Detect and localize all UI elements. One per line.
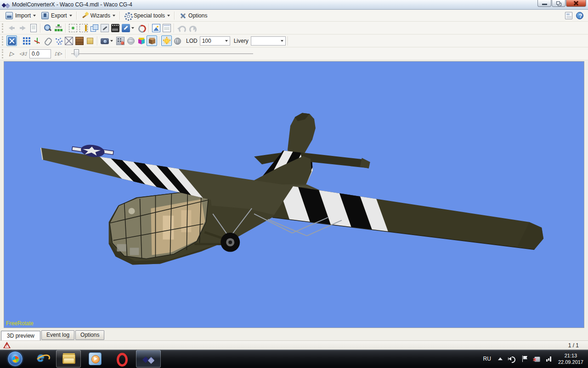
network-signal-icon[interactable]: [546, 355, 553, 362]
wireframe-button[interactable]: [63, 35, 74, 46]
taskbar-item-windows-explorer[interactable]: [56, 350, 81, 368]
tab-3d-preview[interactable]: 3D preview: [1, 331, 40, 341]
texture-frame-button[interactable]: [68, 23, 78, 33]
brown-cube-button[interactable]: [147, 35, 157, 46]
hierarchy-button[interactable]: [53, 23, 63, 33]
chevron-down-icon[interactable]: [110, 40, 113, 42]
taskbar-item-modelconverterx[interactable]: [136, 350, 161, 368]
window-title: ModelConverterX - Waco CG-4.mdl - Waco C…: [12, 1, 132, 8]
sphere-button[interactable]: [125, 35, 136, 46]
minimize-button[interactable]: [537, 0, 551, 7]
sphere-icon: [127, 37, 135, 45]
wrench-window-button[interactable]: [99, 23, 110, 33]
clock[interactable]: 21:13 22.09.2017: [558, 352, 583, 365]
system-tray: RU 21:13 22.09.2017: [483, 352, 588, 365]
animation-time-field[interactable]: 0.0: [29, 49, 51, 58]
lod-combobox[interactable]: 100: [200, 36, 230, 46]
power-plug-icon[interactable]: [533, 355, 541, 362]
menu-item-import[interactable]: Import: [3, 11, 39, 21]
taskbar-item-internet-explorer[interactable]: [29, 350, 54, 368]
menu-item-special-tools[interactable]: Special tools: [121, 11, 173, 21]
hidden-icons-arrow[interactable]: [496, 355, 503, 362]
note-button[interactable]: [85, 35, 95, 46]
search-button[interactable]: [42, 23, 53, 33]
toolbar-grip[interactable]: [2, 49, 4, 58]
texture-icon: [75, 37, 84, 45]
close-button[interactable]: [566, 0, 586, 7]
chevron-down-icon: [281, 40, 283, 42]
toolbar-grip[interactable]: [2, 36, 4, 46]
filmstrip-button[interactable]: [110, 23, 120, 33]
tab-event-log[interactable]: Event log: [41, 330, 74, 340]
slider-thumb[interactable]: [74, 49, 79, 58]
start-button[interactable]: [3, 350, 28, 368]
points-button[interactable]: [53, 35, 63, 46]
slider-track: [71, 53, 253, 54]
livery-label: Livery: [234, 38, 249, 44]
clock-date: 22.09.2017: [558, 359, 583, 365]
restore-button[interactable]: [552, 0, 565, 7]
report-icon[interactable]: [565, 12, 572, 19]
picture-button[interactable]: [151, 23, 161, 33]
lod-label: LOD: [186, 38, 198, 44]
ruler-frame-button[interactable]: [78, 23, 89, 33]
language-indicator[interactable]: RU: [483, 356, 491, 362]
title-bar[interactable]: ModelConverterX - Waco CG-4.mdl - Waco C…: [0, 0, 588, 10]
building-icon: [116, 37, 124, 45]
colored-cube-button[interactable]: [136, 35, 147, 46]
help-icon[interactable]: [576, 12, 583, 19]
note-icon: [87, 38, 93, 44]
3d-viewport[interactable]: Waco CG-4 glider 3D model: [4, 61, 584, 328]
rotate-mode-label: FreeRotate: [6, 320, 34, 327]
opera-icon: [115, 352, 129, 366]
toolbar-separator: [19, 36, 19, 46]
livery-combobox[interactable]: [251, 36, 286, 46]
axes-button[interactable]: [32, 35, 42, 46]
redo-button[interactable]: [187, 23, 197, 33]
camera-icon: [101, 38, 109, 44]
chevron-down-icon[interactable]: [131, 27, 134, 29]
client-area: Waco CG-4 glider 3D model: [0, 60, 588, 329]
3d-model-waco-cg4[interactable]: Waco CG-4 glider 3D model: [4, 62, 584, 328]
taskbar-item-media-player[interactable]: [83, 350, 107, 368]
sun-button[interactable]: [161, 35, 172, 46]
windows-stack-button[interactable]: [89, 23, 99, 33]
screen: ModelConverterX - Waco CG-4.mdl - Waco C…: [0, 0, 588, 368]
texture-button[interactable]: [74, 35, 85, 46]
toolbar-separator: [97, 36, 97, 46]
fast-forward-button[interactable]: [53, 48, 63, 59]
globe-button[interactable]: [172, 35, 182, 46]
form-icon: [163, 24, 171, 32]
forward-arrow-button[interactable]: [17, 23, 28, 33]
building-button[interactable]: [115, 35, 125, 46]
toolbar-grip[interactable]: [2, 23, 4, 33]
menu-item-export[interactable]: Export: [39, 11, 75, 21]
camera-button[interactable]: [99, 35, 110, 46]
media-player-icon: [89, 352, 102, 365]
taskbar-item-opera[interactable]: [109, 350, 134, 368]
refresh-icon: [137, 24, 146, 32]
menu-item-wizards[interactable]: Wizards: [78, 11, 118, 21]
play-button[interactable]: [6, 48, 17, 59]
rewind-button[interactable]: [17, 48, 28, 59]
menu-item-options[interactable]: Options: [176, 11, 210, 21]
grid-button[interactable]: [21, 35, 32, 46]
scale-button[interactable]: [120, 23, 131, 33]
volume-icon[interactable]: [509, 355, 516, 362]
search-icon: [44, 24, 52, 32]
back-arrow-button[interactable]: [6, 23, 17, 33]
attach-button[interactable]: [42, 35, 53, 46]
toolbar-separator: [148, 23, 149, 33]
tab-options[interactable]: Options: [75, 330, 104, 340]
warning-icon[interactable]: [3, 342, 11, 349]
toolbar-separator: [174, 23, 174, 33]
animation-slider[interactable]: [71, 49, 253, 59]
document-button[interactable]: [28, 23, 38, 33]
action-center-flag-icon[interactable]: [521, 355, 528, 362]
refresh-button[interactable]: [136, 23, 147, 33]
form-button[interactable]: [161, 23, 172, 33]
undo-button[interactable]: [176, 23, 187, 33]
wrench-window-icon: [101, 24, 109, 32]
clock-time: 21:13: [558, 352, 583, 359]
zoom-extents-button[interactable]: [6, 35, 17, 46]
